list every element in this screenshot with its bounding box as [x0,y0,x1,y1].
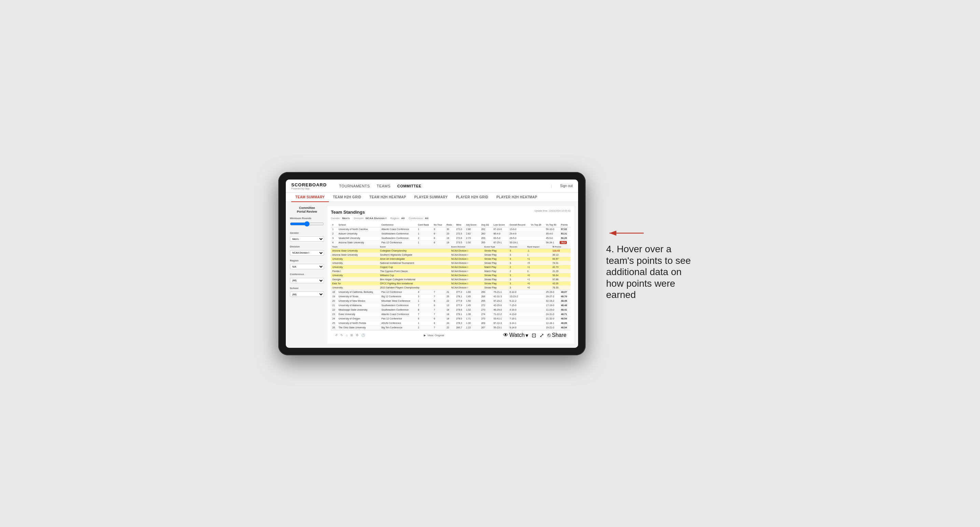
tooltip-cell-w-points: 74.01 [551,261,571,265]
home-button[interactable]: ⌂ [346,333,348,337]
cell-adj-score: 2.73 [465,236,480,240]
tooltip-cell-rank-impact: +1 [526,277,551,281]
share-button[interactable]: ⎋ Share [547,332,566,338]
cell-vs-top25 [530,294,545,298]
cell-conference: Atlantic Coast Conference [380,227,417,232]
cell-school: Vanderbilt University [337,236,380,240]
cell-no-tour: 7 [432,325,445,330]
cell-vs-top25 [530,312,545,316]
watch-button[interactable]: 👁 Watch ▾ [503,332,528,338]
nav-committee[interactable]: COMMITTEE [398,183,422,189]
tooltip-cell-event: Southern Highlands Collegiate [379,252,450,257]
sub-nav-player-summary[interactable]: PLAYER SUMMARY [410,193,452,202]
tooltip-cell-division: NCAA Division I [450,273,483,277]
tooltip-data-row: Arizona State University Collegiate Cham… [331,249,571,252]
settings-button[interactable]: ⚙ [356,333,358,337]
cell-rank: 19 [331,294,337,298]
tooltip-data-row: Arizona State University Southern Highla… [331,252,571,257]
cell-low-score: 87-22-3 [492,321,508,325]
cell-low-score: 97-23-2 [492,298,508,303]
cell-points[interactable]: 48.70 [560,294,571,298]
cell-wins: 272.6 [455,236,465,240]
sidebar-select-conference[interactable]: (All) [290,278,324,283]
redo-button[interactable]: ↻ [340,333,343,337]
cell-wins: 278.1 [455,294,465,298]
cell-overall-record: 29-4-0 [508,232,529,236]
sidebar-slider-rounds[interactable] [290,221,324,227]
cell-rank: 22 [331,308,337,312]
sub-nav-team-h2h-heatmap[interactable]: TEAM H2H HEATMAP [365,193,410,202]
cell-conference: Pac-12 Conference [380,290,417,294]
cell-avg-sg: 273 [480,316,492,321]
cell-overall-record: 9-14-0 [508,325,529,330]
cell-points[interactable]: 93.31 [560,232,571,236]
scene: SCOREBOARD Powered by clipp TOURNAMENTS … [14,172,966,355]
cell-school: University of California, Berkeley [337,290,380,294]
cell-overall-record: 6-12-0 [508,290,529,294]
cell-points[interactable]: 48.49 [560,298,571,303]
tooltip-cell-w-points: 84.97 [551,257,571,261]
cell-points[interactable]: 48.54 [560,316,571,321]
tooltip-cell-rounds: 3 [508,285,526,289]
cell-points[interactable]: 48.94 [560,325,571,330]
tooltip-cell-event: Ben Hogan Collegiate Invitational [379,277,450,281]
cell-points[interactable]: 48.07 [560,290,571,294]
sidebar-section-division: Division NCAA Division I [290,245,324,256]
cell-conference: Southeastern Conference [380,308,417,312]
cell-conf-rank: 7 [417,303,433,308]
tooltip-cell-division: NCAA Division I [450,265,483,269]
cell-points[interactable]: 48.89 [560,321,571,325]
sign-out-link[interactable]: Sign out [560,184,573,188]
col-adj-score: Adj Score [465,222,480,227]
tooltip-cell-team: University [331,257,379,261]
cell-points-highlighted[interactable]: 78.5 [560,240,571,245]
cell-points[interactable]: 48.41 [560,308,571,312]
col-low-score: Low Score [492,222,508,227]
sidebar-select-division[interactable]: NCAA Division I [290,250,324,256]
cell-points[interactable]: 97.02 [560,227,571,232]
undo-button[interactable]: ↺ [335,333,338,337]
table-row: 18 University of California, Berkeley Pa… [331,290,571,294]
cell-points[interactable]: 90.20 [560,236,571,240]
sub-nav-team-h2h-grid[interactable]: TEAM H2H GRID [329,193,365,202]
cell-points[interactable]: 48.71 [560,312,571,316]
standings-table: # School Conference Conf Rank No Tour Rn… [331,222,571,330]
cell-vs-top50: 17-19-0 [545,303,560,308]
annotation-area: 4. Hover over a team's points to see add… [606,226,702,301]
cell-wins: 280.7 [455,325,465,330]
tooltip-cell-rank-impact: -1 [526,249,551,252]
tooltip-cell-rounds: 3 [508,277,526,281]
clock-button[interactable]: 🕐 [361,333,365,337]
cell-rank: 26 [331,325,337,330]
tooltip-cell-division: NCAA Division I [450,277,483,281]
view-original-button[interactable]: ▶ View: Original [424,334,444,337]
tooltip-cell-type: Match Play [483,265,508,269]
table-row: 2 Auburn University Southeastern Confere… [331,232,571,236]
cell-rank: 23 [331,312,337,316]
cell-overall-record: 5-11-2 [508,298,529,303]
sidebar-select-gender[interactable]: Men's [290,236,324,242]
cell-conf-rank: 1 [417,321,433,325]
sub-nav-player-h2h-heatmap[interactable]: PLAYER H2H HEATMAP [492,193,541,202]
cell-wins: 278.6 [455,308,465,312]
cell-vs-top25 [530,232,545,236]
cell-points[interactable]: 48.48 [560,303,571,308]
sub-nav-player-h2h-grid[interactable]: PLAYER H2H GRID [452,193,492,202]
tooltip-col-rank-impact: Rank Impact [526,245,551,249]
nav-divider: | [551,184,552,188]
sidebar-select-school[interactable]: (All) [290,292,324,297]
copy-button[interactable]: ⊞ [350,333,353,337]
filter-region: Region: All [390,217,405,220]
tooltip-cell-rank-impact: +5 [526,261,551,265]
sidebar-title: Committee Portal Review [290,206,324,214]
cell-adj-score: 1.45 [465,303,480,308]
expand-button[interactable]: ⤢ [539,332,544,338]
cell-vs-top25 [530,240,545,245]
sub-nav-team-summary[interactable]: TEAM SUMMARY [291,193,329,202]
nav-teams[interactable]: TEAMS [377,183,390,189]
sidebar-select-region[interactable]: N/A [290,264,324,269]
cell-overall-record: 29-5-0 [508,236,529,240]
eye-icon: 👁 [503,332,508,338]
nav-tournaments[interactable]: TOURNAMENTS [339,183,370,189]
tooltip-cell-type: Stroke Play [483,281,508,285]
